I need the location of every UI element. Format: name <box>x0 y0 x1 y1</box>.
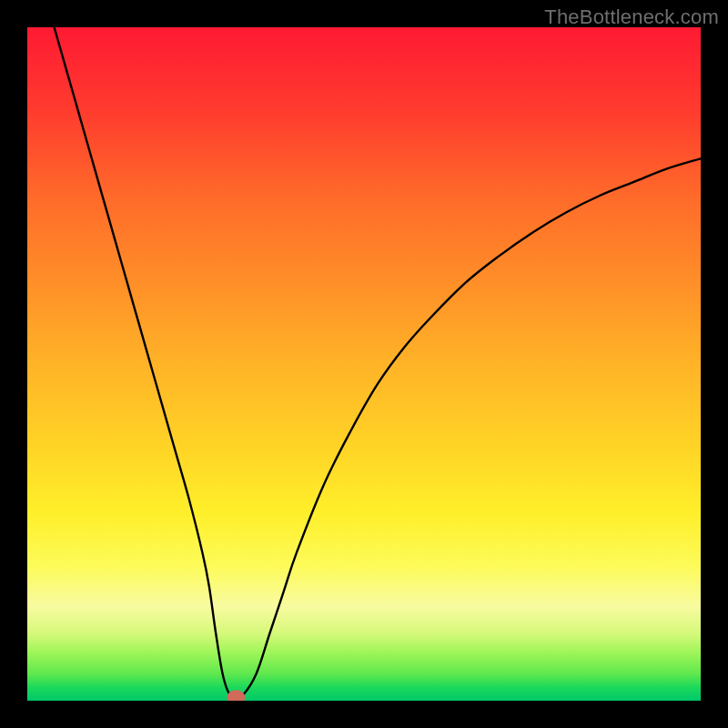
watermark-text: TheBottleneck.com <box>544 5 719 29</box>
plot-area <box>27 27 701 701</box>
chart-frame: TheBottleneck.com <box>0 0 728 728</box>
minimum-marker <box>227 690 245 701</box>
bottleneck-curve <box>27 27 701 701</box>
